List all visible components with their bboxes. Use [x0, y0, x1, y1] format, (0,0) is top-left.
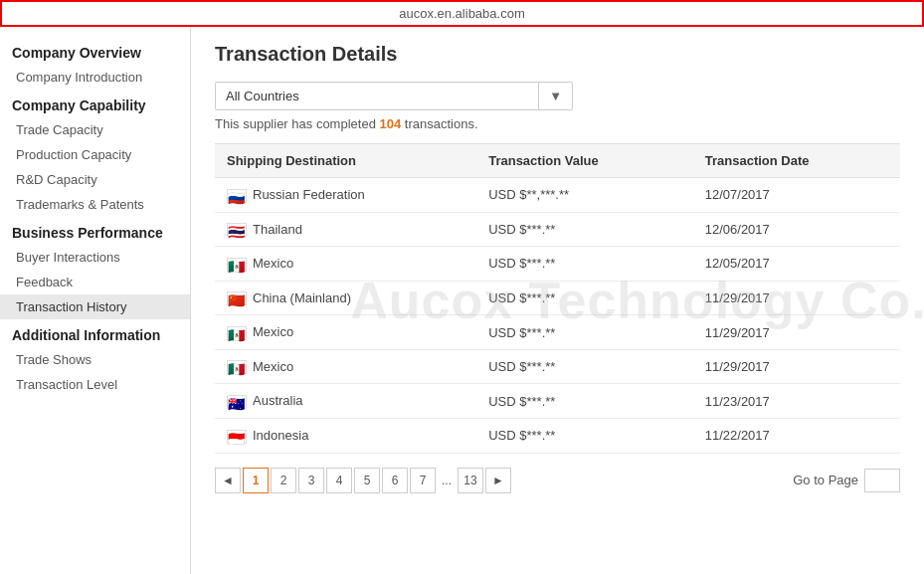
pagination-page-4[interactable]: 4	[326, 468, 352, 493]
cell-date: 12/05/2017	[693, 247, 900, 282]
sidebar-item-transaction-history[interactable]: Transaction History	[0, 294, 190, 319]
cell-date: 12/06/2017	[693, 212, 900, 247]
pagination-page-5[interactable]: 5	[354, 468, 380, 493]
dropdown-arrow-icon[interactable]: ▼	[538, 83, 572, 109]
sidebar-item-transaction-level[interactable]: Transaction Level	[0, 372, 190, 397]
pagination-page-1[interactable]: 1	[243, 468, 269, 493]
transaction-suffix: transactions.	[405, 116, 478, 131]
cell-date: 12/07/2017	[693, 178, 900, 213]
pagination-prev[interactable]: ◄	[215, 468, 241, 493]
cell-country: 🇲🇽Mexico	[215, 315, 476, 350]
flag-icon: 🇲🇽	[227, 326, 247, 340]
cell-country: 🇮🇩Indonesia	[215, 418, 476, 453]
cell-value: USD $***.**	[476, 418, 693, 453]
main-content: Aucox Technology Co., Ltd Transaction De…	[191, 27, 924, 574]
country-name: Mexico	[253, 324, 293, 339]
col-transaction-date: Transaction Date	[693, 144, 900, 178]
sidebar-section-business-performance: Business Performance	[0, 217, 190, 245]
flag-icon: 🇲🇽	[227, 258, 247, 272]
goto-page: Go to Page	[793, 469, 900, 492]
pagination: ◄1234567...13► Go to Page	[215, 468, 900, 493]
pagination-page-3[interactable]: 3	[298, 468, 324, 493]
cell-country: 🇲🇽Mexico	[215, 349, 476, 384]
country-select-label: All Countries	[216, 83, 538, 109]
sidebar-item-trade-capacity[interactable]: Trade Capacity	[0, 117, 190, 142]
col-transaction-value: Transaction Value	[476, 144, 693, 178]
cell-country: 🇦🇺Australia	[215, 384, 476, 419]
sidebar-item-trademarks-and-patents[interactable]: Trademarks & Patents	[0, 192, 190, 217]
table-row: 🇮🇩IndonesiaUSD $***.**11/22/2017	[215, 418, 900, 453]
sidebar-item-feedback[interactable]: Feedback	[0, 270, 190, 294]
sidebar-item-production-capacity[interactable]: Production Capacity	[0, 142, 190, 167]
cell-date: 11/29/2017	[693, 315, 900, 350]
table-row: 🇲🇽MexicoUSD $***.**11/29/2017	[215, 349, 900, 384]
cell-date: 11/23/2017	[693, 384, 900, 419]
sidebar-item-randd-capacity[interactable]: R&D Capacity	[0, 167, 190, 192]
sidebar-item-trade-shows[interactable]: Trade Shows	[0, 347, 190, 372]
transaction-count-number: 104	[379, 116, 401, 131]
cell-value: USD $***.**	[476, 247, 693, 282]
pagination-page-7[interactable]: 7	[410, 468, 436, 493]
flag-icon: 🇨🇳	[227, 291, 247, 305]
goto-page-input[interactable]	[864, 469, 900, 492]
cell-value: USD $***.**	[476, 212, 693, 247]
transaction-summary-text: This supplier has completed	[215, 116, 376, 131]
flag-icon: 🇮🇩	[227, 430, 247, 444]
sidebar-section-additional-information: Additional Information	[0, 319, 190, 347]
cell-value: USD $***.**	[476, 349, 693, 384]
table-row: 🇲🇽MexicoUSD $***.**11/29/2017	[215, 315, 900, 350]
cell-value: USD $**,***.**	[476, 178, 693, 213]
pagination-page-6[interactable]: 6	[382, 468, 408, 493]
cell-country: 🇷🇺Russian Federation	[215, 178, 476, 213]
sidebar-section-company-overview: Company Overview	[0, 37, 190, 65]
flag-icon: 🇲🇽	[227, 360, 247, 374]
country-name: China (Mainland)	[253, 290, 351, 305]
pagination-page-2[interactable]: 2	[271, 468, 296, 493]
country-name: Mexico	[253, 359, 293, 374]
country-name: Indonesia	[253, 428, 308, 443]
country-select[interactable]: All Countries ▼	[215, 82, 573, 110]
pagination-next[interactable]: ►	[485, 468, 511, 493]
cell-date: 11/29/2017	[693, 281, 900, 315]
flag-icon: 🇦🇺	[227, 395, 247, 409]
pagination-dots: ...	[438, 474, 456, 487]
country-name: Mexico	[253, 256, 293, 271]
country-name: Australia	[253, 393, 303, 408]
table-row: 🇹🇭ThailandUSD $***.**12/06/2017	[215, 212, 900, 247]
table-row: 🇲🇽MexicoUSD $***.**12/05/2017	[215, 247, 900, 282]
goto-page-label: Go to Page	[793, 473, 858, 487]
sidebar-item-company-introduction[interactable]: Company Introduction	[0, 65, 190, 90]
table-row: 🇷🇺Russian FederationUSD $**,***.**12/07/…	[215, 178, 900, 213]
table-header-row: Shipping DestinationTransaction ValueTra…	[215, 144, 900, 178]
url-bar: aucox.en.alibaba.com	[0, 0, 924, 27]
cell-value: USD $***.**	[476, 315, 693, 350]
url-text: aucox.en.alibaba.com	[399, 6, 524, 21]
country-name: Russian Federation	[253, 187, 365, 202]
cell-country: 🇹🇭Thailand	[215, 212, 476, 247]
cell-date: 11/29/2017	[693, 349, 900, 384]
cell-country: 🇨🇳China (Mainland)	[215, 281, 476, 315]
flag-icon: 🇷🇺	[227, 189, 247, 203]
pagination-page-last[interactable]: 13	[458, 468, 483, 493]
col-shipping-destination: Shipping Destination	[215, 144, 476, 178]
sidebar-section-company-capability: Company Capability	[0, 90, 190, 117]
transaction-count: This supplier has completed 104 transact…	[215, 116, 900, 131]
table-row: 🇨🇳China (Mainland)USD $***.**11/29/2017	[215, 281, 900, 315]
flag-icon: 🇹🇭	[227, 223, 247, 237]
cell-value: USD $***.**	[476, 384, 693, 419]
cell-date: 11/22/2017	[693, 418, 900, 453]
page-title: Transaction Details	[215, 43, 900, 66]
country-name: Thailand	[253, 222, 302, 237]
sidebar: Company OverviewCompany IntroductionComp…	[0, 27, 191, 574]
table-row: 🇦🇺AustraliaUSD $***.**11/23/2017	[215, 384, 900, 419]
transaction-table: Shipping DestinationTransaction ValueTra…	[215, 143, 900, 454]
cell-value: USD $***.**	[476, 281, 693, 315]
sidebar-item-buyer-interactions[interactable]: Buyer Interactions	[0, 245, 190, 270]
cell-country: 🇲🇽Mexico	[215, 247, 476, 282]
filter-bar: All Countries ▼ This supplier has comple…	[215, 82, 900, 131]
